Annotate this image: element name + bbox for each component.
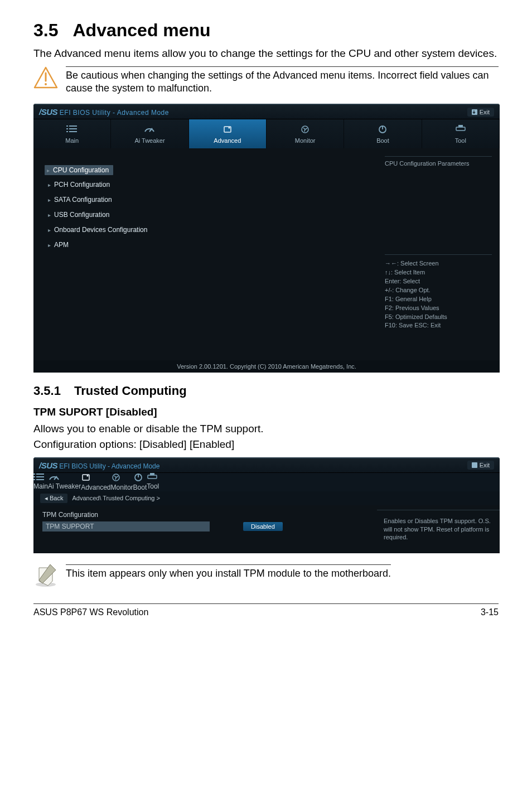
chip-icon: [81, 473, 110, 484]
bios-title-text: EFI BIOS Utility - Advanced Mode: [57, 462, 159, 470]
note-text: This item appears only when you install …: [66, 564, 391, 580]
bios-menu-list: ▸CPU Configuration ▸PCH Configuration ▸S…: [33, 148, 377, 360]
exit-label: Exit: [480, 109, 490, 115]
key-hint: F2: Previous Values: [385, 304, 492, 313]
setting-description: Allows you to enable or disable the TPM …: [33, 422, 499, 436]
svg-rect-4: [66, 125, 68, 127]
back-label: Back: [50, 495, 63, 501]
svg-rect-21: [33, 476, 35, 477]
menu-item-onboard-devices[interactable]: ▸Onboard Devices Configuration: [45, 224, 366, 235]
tab-advanced[interactable]: Advanced: [189, 119, 267, 148]
tab-label: Boot: [133, 484, 147, 491]
bios-screenshot-advanced: /SUS EFI BIOS Utility - Advanced Mode Ex…: [33, 104, 500, 373]
tab-label: Monitor: [295, 137, 316, 144]
section-title: Advanced menu: [72, 20, 210, 40]
breadcrumb: ◂Back Advanced\ Trusted Computing >: [33, 491, 500, 505]
group-label: TPM Configuration: [42, 511, 368, 519]
key-hint: F5: Optimized Defaults: [385, 313, 492, 322]
bios-titlebar: /SUS EFI BIOS Utility - Advanced Mode Ex…: [33, 104, 500, 119]
help-description: CPU Configuration Parameters: [385, 156, 492, 167]
warning-callout: Be cautious when changing the settings o…: [33, 66, 499, 95]
menu-item-label: CPU Configuration: [53, 166, 109, 174]
tab-ai-tweaker[interactable]: Ai Tweaker: [48, 473, 81, 491]
svg-rect-6: [66, 128, 68, 129]
svg-rect-18: [472, 462, 477, 468]
tab-monitor[interactable]: Monitor: [111, 473, 133, 491]
menu-item-label: Onboard Devices Configuration: [54, 226, 147, 234]
asus-logo-text: /SUS: [39, 107, 57, 117]
gauge-icon: [48, 473, 81, 482]
tab-boot[interactable]: Boot: [344, 119, 422, 148]
svg-rect-3: [472, 109, 477, 115]
tool-icon: [147, 473, 159, 482]
bios-tabs: Main Ai Tweaker Advanced Monitor Boot To…: [33, 119, 500, 148]
tab-tool[interactable]: Tool: [422, 119, 500, 148]
key-legend: →←: Select Screen ↑↓: Select Item Enter:…: [385, 254, 492, 331]
menu-item-usb-configuration[interactable]: ▸USB Configuration: [45, 209, 366, 220]
arrow-left-icon: ◂: [45, 495, 48, 502]
list-icon: [33, 125, 110, 135]
bios-footer: Version 2.00.1201. Copyright (C) 2010 Am…: [33, 360, 500, 373]
bios-body: TPM Configuration TPM SUPPORT Disabled E…: [33, 505, 500, 553]
bios-setting-area: TPM Configuration TPM SUPPORT Disabled: [33, 505, 377, 553]
svg-rect-9: [69, 131, 77, 132]
menu-item-label: PCH Configuration: [54, 181, 110, 189]
svg-point-27: [87, 475, 89, 476]
exit-icon: [472, 462, 477, 468]
bios-title-text: EFI BIOS Utility - Advanced Mode: [57, 109, 169, 117]
tab-label: Boot: [376, 137, 389, 144]
tab-main[interactable]: Main: [33, 119, 111, 148]
tab-monitor[interactable]: Monitor: [267, 119, 344, 148]
footer-page-number: 3-15: [481, 607, 499, 617]
tool-icon: [422, 125, 499, 135]
tab-label: Tool: [147, 482, 159, 490]
list-icon: [33, 473, 48, 482]
section-heading: 3.5Advanced menu: [33, 20, 499, 41]
menu-item-label: USB Configuration: [54, 211, 109, 219]
tab-advanced[interactable]: Advanced: [81, 473, 110, 491]
warning-icon: [33, 66, 58, 89]
menu-item-apm[interactable]: ▸APM: [45, 239, 366, 250]
exit-button[interactable]: Exit: [467, 461, 494, 470]
note-icon: [33, 564, 58, 587]
power-icon: [344, 125, 421, 135]
bios-title: /SUS EFI BIOS Utility - Advanced Mode: [39, 107, 169, 117]
chevron-right-icon: ▸: [47, 167, 50, 173]
chevron-right-icon: ▸: [48, 227, 51, 233]
setting-value-dropdown[interactable]: Disabled: [243, 522, 283, 531]
svg-point-2: [45, 83, 47, 85]
key-hint: →←: Select Screen: [385, 259, 492, 268]
menu-item-cpu-configuration[interactable]: ▸CPU Configuration: [45, 165, 113, 175]
tab-label: Monitor: [111, 484, 133, 491]
tab-label: Tool: [455, 137, 466, 144]
setting-name[interactable]: TPM SUPPORT: [42, 521, 210, 532]
menu-item-pch-configuration[interactable]: ▸PCH Configuration: [45, 179, 366, 190]
tab-label: Ai Tweaker: [48, 482, 81, 490]
back-button[interactable]: ◂Back: [40, 494, 67, 503]
tab-label: Advanced: [81, 484, 110, 491]
svg-rect-7: [69, 128, 77, 129]
bios-tabs: Main Ai Tweaker Advanced Monitor Boot To…: [33, 473, 500, 491]
chevron-right-icon: ▸: [48, 212, 51, 218]
bios-screenshot-tpm: /SUS EFI BIOS Utility - Advanced Mode Ex…: [33, 457, 500, 553]
key-hint: F10: Save ESC: Exit: [385, 321, 492, 330]
chip-icon: [189, 125, 266, 135]
help-description: Enables or Disables TPM support. O.S. wi…: [377, 510, 500, 553]
chevron-right-icon: ▸: [48, 182, 51, 188]
menu-item-sata-configuration[interactable]: ▸SATA Configuration: [45, 194, 366, 205]
tab-main[interactable]: Main: [33, 473, 48, 491]
key-hint: +/-: Change Opt.: [385, 286, 492, 295]
svg-point-12: [228, 127, 230, 129]
tab-tool[interactable]: Tool: [147, 473, 159, 491]
breadcrumb-path: Advanced\ Trusted Computing >: [72, 495, 159, 501]
subsection-title: Trusted Computing: [74, 384, 187, 398]
tab-boot[interactable]: Boot: [133, 473, 147, 491]
svg-rect-19: [33, 474, 35, 475]
bios-body: ▸CPU Configuration ▸PCH Configuration ▸S…: [33, 148, 500, 360]
exit-button[interactable]: Exit: [467, 108, 494, 117]
menu-item-label: SATA Configuration: [54, 196, 112, 204]
exit-label: Exit: [480, 462, 490, 468]
svg-rect-5: [69, 125, 77, 127]
tab-ai-tweaker[interactable]: Ai Tweaker: [111, 119, 188, 148]
tab-label: Main: [65, 137, 79, 144]
